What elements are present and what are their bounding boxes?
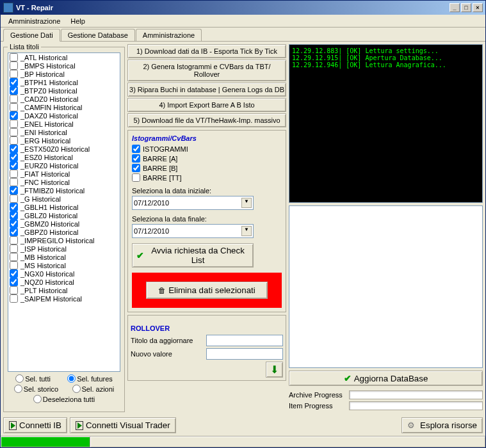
list-item[interactable]: _ERG Historical bbox=[8, 136, 120, 145]
list-item[interactable]: _ESZ0 Historical bbox=[8, 153, 120, 161]
list-item-checkbox[interactable] bbox=[10, 86, 18, 95]
list-item-checkbox[interactable] bbox=[10, 253, 18, 261]
tab-gestione-dati[interactable]: Gestione Dati bbox=[3, 29, 60, 42]
date-end-input[interactable]: 07/12/2010 ▼ bbox=[132, 224, 254, 238]
list-item[interactable]: _ESTX50Z0 Historical bbox=[8, 145, 120, 153]
list-item-checkbox[interactable] bbox=[10, 161, 18, 170]
date-start-input[interactable]: 07/12/2010 ▼ bbox=[132, 196, 254, 210]
list-item-checkbox[interactable] bbox=[10, 211, 18, 220]
chk-barre-a[interactable] bbox=[132, 154, 140, 163]
radio-sel-futures[interactable]: Sel. futures bbox=[67, 374, 113, 383]
list-item-checkbox[interactable] bbox=[10, 120, 18, 128]
list-item-checkbox[interactable] bbox=[10, 203, 18, 211]
chk-barre-tt[interactable] bbox=[132, 173, 140, 182]
list-item[interactable]: _NQZ0 Historical bbox=[8, 278, 120, 286]
list-item[interactable]: _GBLH1 Historical bbox=[8, 203, 120, 211]
list-item[interactable]: _NGX0 Historical bbox=[8, 269, 120, 278]
list-item[interactable]: _GBPZ0 Historical bbox=[8, 228, 120, 236]
date-end-dropdown-icon[interactable]: ▼ bbox=[241, 226, 252, 236]
list-item-checkbox[interactable] bbox=[10, 294, 18, 303]
list-item[interactable]: _PLT Historical bbox=[8, 286, 120, 294]
connetti-ib-button[interactable]: Connetti IB bbox=[3, 417, 67, 433]
list-item-checkbox[interactable] bbox=[10, 136, 18, 145]
date-start-dropdown-icon[interactable]: ▼ bbox=[241, 198, 252, 208]
list-item[interactable]: _EURZ0 Historical bbox=[8, 161, 120, 170]
list-item[interactable]: _ATL Historical bbox=[8, 53, 120, 61]
radio-sel-storico[interactable]: Sel. storico bbox=[14, 385, 58, 393]
list-item-checkbox[interactable] bbox=[10, 278, 18, 286]
list-item[interactable]: _ENEL Historical bbox=[8, 120, 120, 128]
list-item[interactable]: _CADZ0 Historical bbox=[8, 95, 120, 103]
chk-barre-b[interactable] bbox=[132, 164, 140, 172]
list-item-checkbox[interactable] bbox=[10, 286, 18, 294]
list-item[interactable]: _BMPS Historical bbox=[8, 61, 120, 70]
list-item[interactable]: _GBMZ0 Historical bbox=[8, 220, 120, 228]
list-item-checkbox[interactable] bbox=[10, 195, 18, 203]
list-item[interactable]: _BTPZ0 Historical bbox=[8, 86, 120, 95]
list-item-checkbox[interactable] bbox=[10, 95, 18, 103]
tab-amministrazione[interactable]: Amministrazione bbox=[136, 29, 202, 41]
minimize-button[interactable]: _ bbox=[450, 3, 460, 12]
list-item-checkbox[interactable] bbox=[10, 111, 18, 120]
list-item[interactable]: _BP Historical bbox=[8, 70, 120, 78]
chk-istogrammi[interactable] bbox=[132, 145, 140, 153]
titoli-listbox[interactable]: _ATL Historical_BMPS Historical_BP Histo… bbox=[8, 52, 120, 372]
list-item[interactable]: _BTPH1 Historical bbox=[8, 78, 120, 86]
list-item[interactable]: _DAXZ0 Historical bbox=[8, 111, 120, 120]
list-item-label: _BMPS Historical bbox=[20, 62, 76, 70]
list-item-checkbox[interactable] bbox=[10, 103, 18, 111]
list-item[interactable]: _G Historical bbox=[8, 195, 120, 203]
list-item-checkbox[interactable] bbox=[10, 128, 18, 136]
list-item-checkbox[interactable] bbox=[10, 170, 18, 178]
esplora-risorse-button[interactable]: Esplora risorse bbox=[401, 417, 483, 433]
list-item-checkbox[interactable] bbox=[10, 228, 18, 236]
list-item-checkbox[interactable] bbox=[10, 261, 18, 269]
titolo-aggiornare-label: Titolo da aggiornare bbox=[131, 337, 204, 344]
list-item-checkbox[interactable] bbox=[10, 53, 18, 61]
list-item-checkbox[interactable] bbox=[10, 186, 18, 195]
list-item-label: _SAIPEM Historical bbox=[20, 295, 82, 303]
list-item-checkbox[interactable] bbox=[10, 244, 18, 253]
aggiorna-database-button[interactable]: ✔ Aggiorna DataBase bbox=[289, 371, 483, 386]
titolo-aggiornare-input[interactable] bbox=[206, 335, 283, 346]
list-item-checkbox[interactable] bbox=[10, 70, 18, 78]
list-item[interactable]: _CAMFIN Historical bbox=[8, 103, 120, 111]
radio-sel-tutti[interactable]: Sel. tutti bbox=[15, 374, 51, 383]
list-item[interactable]: _MB Historical bbox=[8, 253, 120, 261]
list-item[interactable]: _ENI Historical bbox=[8, 128, 120, 136]
list-item[interactable]: _GBLZ0 Historical bbox=[8, 211, 120, 220]
radio-sel-azioni[interactable]: Sel. azioni bbox=[72, 385, 115, 393]
list-item[interactable]: _FNC Historical bbox=[8, 178, 120, 186]
list-item[interactable]: _IMPREGILO Historical bbox=[8, 236, 120, 244]
elimina-dati-button[interactable]: 🗑 Elimina dati selezionati bbox=[146, 282, 268, 299]
menu-help[interactable]: Help bbox=[65, 16, 90, 26]
tab-gestione-database[interactable]: Gestione Database bbox=[61, 29, 135, 41]
list-item-checkbox[interactable] bbox=[10, 269, 18, 278]
list-item-checkbox[interactable] bbox=[10, 145, 18, 153]
list-item-checkbox[interactable] bbox=[10, 178, 18, 186]
nuovo-valore-input[interactable] bbox=[206, 348, 283, 360]
list-item[interactable]: _SAIPEM Historical bbox=[8, 294, 120, 303]
genera-istogrammi-button[interactable]: 2) Genera Istogrammi e CVBars da TBT/ Ro… bbox=[127, 60, 286, 81]
list-item[interactable]: _FTMIBZ0 Historical bbox=[8, 186, 120, 195]
list-item[interactable]: _MS Historical bbox=[8, 261, 120, 269]
menu-amministrazione[interactable]: Amministrazione bbox=[3, 16, 65, 26]
list-item-checkbox[interactable] bbox=[10, 220, 18, 228]
list-item[interactable]: _FIAT Historical bbox=[8, 170, 120, 178]
list-item[interactable]: _ISP Historical bbox=[8, 244, 120, 253]
download-file-vt-button[interactable]: 5) Download file da VT/TheHawk-Imp. mass… bbox=[127, 113, 286, 127]
radio-deseleziona-tutti[interactable]: Deseleziona tutti bbox=[33, 395, 95, 403]
list-item-checkbox[interactable] bbox=[10, 153, 18, 161]
close-button[interactable]: × bbox=[473, 3, 483, 12]
list-item-checkbox[interactable] bbox=[10, 236, 18, 244]
download-ib-button[interactable]: 1) Download dati da IB - Esporta Tick By… bbox=[127, 44, 286, 58]
ripara-buchi-button[interactable]: 3) Ripara Buchi in database | Genera Log… bbox=[127, 83, 286, 97]
list-item-checkbox[interactable] bbox=[10, 78, 18, 86]
connetti-vt-button[interactable]: Connetti Visual Trader bbox=[70, 417, 176, 433]
maximize-button[interactable]: □ bbox=[461, 3, 471, 12]
rollover-save-button[interactable]: ⬇ bbox=[266, 362, 283, 378]
import-export-button[interactable]: 4) Import Export Barre A B Isto bbox=[127, 98, 286, 112]
list-item-label: _MS Historical bbox=[20, 262, 66, 269]
list-item-checkbox[interactable] bbox=[10, 61, 18, 70]
avvia-richiesta-button[interactable]: ✔ Avvia richiesta da Check List bbox=[132, 243, 254, 268]
